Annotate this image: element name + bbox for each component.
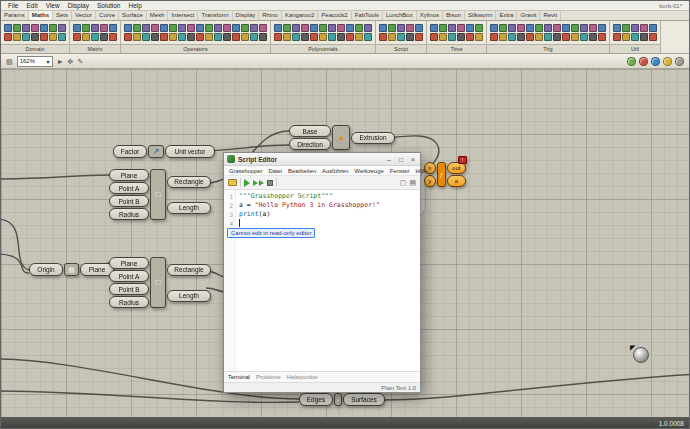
ribbon-component-icon[interactable] [100,33,108,41]
ribbon-component-icon[interactable] [109,33,117,41]
ribbon-component-icon[interactable] [133,24,141,32]
ribbon-component-icon[interactable] [196,33,204,41]
rectangle-icon[interactable]: □ [150,169,166,220]
param-output-rectangle[interactable]: Rectangle [167,264,211,276]
ribbon-component-icon[interactable] [580,24,588,32]
ribbon-component-icon[interactable] [319,24,327,32]
menu-item-file[interactable]: File [4,1,22,11]
plane-icon[interactable]: ▦ [64,263,79,276]
param-input-origin[interactable]: Origin [29,263,63,276]
ribbon-component-icon[interactable] [214,33,222,41]
ribbon-group-label[interactable]: Polynomials [271,44,375,53]
ribbon-group-label[interactable]: Matrix [70,44,120,53]
ribbon-component-icon[interactable] [406,33,414,41]
ribbon-component-icon[interactable] [142,33,150,41]
ribbon-component-icon[interactable] [205,33,213,41]
tab-lunchbox[interactable]: LunchBox [383,11,417,20]
ribbon-component-icon[interactable] [406,24,414,32]
error-badge[interactable]: ! [458,156,467,164]
open-file-icon[interactable] [228,179,237,186]
tab-mesh[interactable]: Mesh [147,11,169,20]
ribbon-component-icon[interactable] [571,24,579,32]
editor-title-bar[interactable]: Script Editor – □ × [224,153,420,166]
editor-panel-tab-haltepunkte[interactable]: Haltepunkte [287,372,318,382]
ribbon-component-icon[interactable] [124,33,132,41]
ribbon-component-icon[interactable] [589,24,597,32]
ribbon-component-icon[interactable] [91,33,99,41]
ribbon-component-icon[interactable] [223,24,231,32]
ribbon-component-icon[interactable] [466,24,474,32]
ribbon-component-icon[interactable] [151,33,159,41]
python-script-icon[interactable]: ƒ [437,162,446,187]
ribbon-component-icon[interactable] [337,33,345,41]
param-input-y[interactable]: y [424,175,436,187]
close-icon[interactable]: × [409,154,417,165]
tab-bison[interactable]: Bison [443,11,465,20]
ribbon-group-label[interactable]: Operators [121,44,270,53]
ribbon-component-icon[interactable] [31,33,39,41]
tab-silkworm[interactable]: Silkworm [465,11,496,20]
run-script-icon[interactable] [244,179,250,187]
ribbon-component-icon[interactable] [475,33,483,41]
tab-rhino[interactable]: Rhino [259,11,282,20]
ribbon-component-icon[interactable] [355,24,363,32]
tab-peacock2[interactable]: Peacock2 [318,11,351,20]
ribbon-component-icon[interactable] [259,33,267,41]
stop-icon[interactable] [267,180,273,186]
ribbon-component-icon[interactable] [415,33,423,41]
ribbon-component-icon[interactable] [415,24,423,32]
ribbon-component-icon[interactable] [310,24,318,32]
ribbon-component-icon[interactable] [553,24,561,32]
ribbon-component-icon[interactable] [397,33,405,41]
ribbon-group-label[interactable]: Util [610,44,660,53]
display-toggle-ball[interactable] [663,57,672,66]
maximize-icon[interactable]: □ [397,154,405,165]
ribbon-component-icon[interactable] [499,33,507,41]
run-all-icon[interactable] [253,180,264,186]
ribbon-component-icon[interactable] [397,24,405,32]
ribbon-component-icon[interactable] [241,24,249,32]
ribbon-component-icon[interactable] [223,33,231,41]
param-output-a[interactable]: a [447,175,466,187]
display-toggle-ball[interactable] [627,57,636,66]
rectangle-icon[interactable]: □ [150,257,166,308]
ribbon-component-icon[interactable] [544,24,552,32]
tab-maths[interactable]: Maths [29,11,53,20]
ribbon-component-icon[interactable] [640,24,648,32]
ribbon-component-icon[interactable] [466,33,474,41]
ribbon-component-icon[interactable] [328,24,336,32]
ribbon-component-icon[interactable] [346,24,354,32]
ribbon-component-icon[interactable] [100,24,108,32]
ribbon-component-icon[interactable] [187,24,195,32]
ribbon-component-icon[interactable] [490,24,498,32]
ribbon-group-label[interactable]: Domain [1,44,69,53]
component-rectangle-1[interactable]: Plane Point A Point B Radius □ Rectangle… [109,169,211,220]
ribbon-component-icon[interactable] [535,33,543,41]
ribbon-component-icon[interactable] [337,24,345,32]
ribbon-component-icon[interactable] [82,24,90,32]
sketch-pen-icon[interactable]: ✎ [77,56,83,67]
menu-item-display[interactable]: Display [64,1,93,11]
ribbon-component-icon[interactable] [613,33,621,41]
ribbon-component-icon[interactable] [49,33,57,41]
ribbon-component-icon[interactable] [4,24,12,32]
tab-kangaroo2[interactable]: Kangaroo2 [282,11,318,20]
ribbon-component-icon[interactable] [457,33,465,41]
component-plane[interactable]: Origin ▦ Plane [29,263,114,276]
ribbon-component-icon[interactable] [379,24,387,32]
ribbon-component-icon[interactable] [91,24,99,32]
ribbon-component-icon[interactable] [439,33,447,41]
ribbon-component-icon[interactable] [475,24,483,32]
ribbon-component-icon[interactable] [613,24,621,32]
ribbon-component-icon[interactable] [346,33,354,41]
ribbon-component-icon[interactable] [649,24,657,32]
ribbon-group-label[interactable]: Trig [487,44,609,53]
ribbon-component-icon[interactable] [40,33,48,41]
ribbon-group-label[interactable]: Time [427,44,486,53]
editor-menu-grasshopper[interactable]: Grasshopper [226,168,266,174]
ribbon-component-icon[interactable] [580,33,588,41]
tab-curve[interactable]: Curve [96,11,119,20]
component-python-script[interactable]: ! x y ƒ out a [424,162,466,187]
param-input-plane[interactable]: Plane [109,257,149,269]
ribbon-component-icon[interactable] [553,33,561,41]
